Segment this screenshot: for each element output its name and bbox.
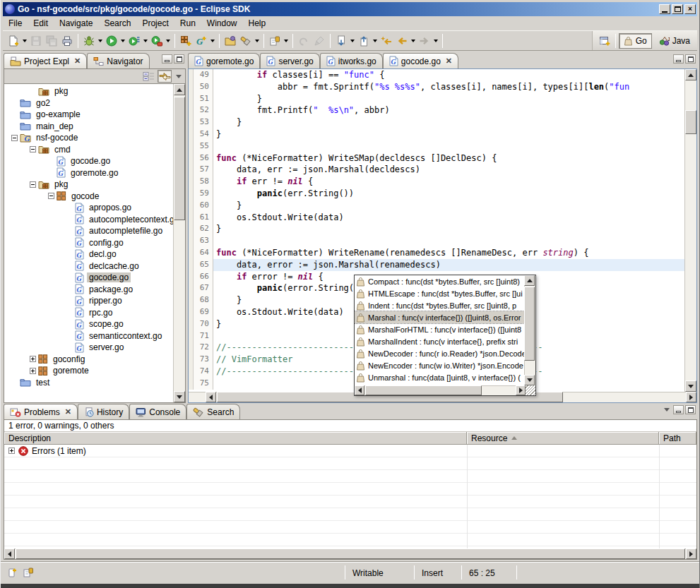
tree-item-goremote[interactable]: goremote	[4, 365, 173, 377]
tree-item-ripper-go[interactable]: Gripper.go	[4, 295, 173, 307]
maximize-button[interactable]	[672, 4, 683, 14]
menu-item-search[interactable]: Search	[98, 17, 136, 30]
scroll-left-button[interactable]	[4, 548, 15, 559]
tree-item-rpc-go[interactable]: Grpc.go	[4, 307, 173, 319]
close-tab-icon[interactable]: ✕	[65, 407, 71, 416]
tree-item-package-go[interactable]: Gpackage.go	[4, 284, 173, 296]
problems-tab-console[interactable]: Console	[129, 404, 186, 419]
tree-item-nsf-gocode[interactable]: Gnsf-gocode	[4, 132, 173, 144]
code-line[interactable]: 49 if classes[i] == "func" {	[189, 69, 684, 81]
scroll-down-button[interactable]	[685, 380, 696, 392]
scroll-thumb[interactable]	[524, 287, 535, 361]
tree-item-pkg[interactable]: pkg	[4, 85, 173, 97]
forward-dropdown[interactable]	[432, 32, 439, 49]
collapse-minus-icon[interactable]	[11, 135, 18, 141]
tree-item-main-dep[interactable]: main_dep	[4, 121, 173, 133]
column-header-resource[interactable]: Resource	[467, 432, 659, 444]
scroll-thumb[interactable]	[174, 97, 185, 220]
scroll-left-button[interactable]	[206, 392, 216, 402]
new-button[interactable]	[6, 32, 21, 49]
tree-item-cmd[interactable]: cmd	[4, 144, 173, 156]
collapse-all-button[interactable]	[141, 70, 155, 83]
scroll-down-button[interactable]	[524, 375, 535, 385]
forward-button[interactable]	[417, 32, 432, 49]
new-go-element-dropdown[interactable]	[209, 32, 216, 49]
expand-plus-icon[interactable]	[30, 368, 36, 374]
explorer-tab-project-expl[interactable]: Project Expl✕	[4, 53, 87, 68]
code-line[interactable]: 60 }	[189, 200, 684, 212]
code-line[interactable]: 54}	[189, 128, 684, 140]
previous-annotation-button[interactable]	[356, 32, 372, 49]
run-history-button[interactable]	[126, 32, 142, 49]
minimize-button[interactable]	[659, 4, 670, 14]
close-tab-icon[interactable]: ✕	[446, 56, 452, 66]
tree-item-server-go[interactable]: Gserver.go	[4, 342, 173, 354]
tree-expand-toggle[interactable]	[47, 193, 56, 199]
explorer-tab-navigator[interactable]: Navigator	[87, 53, 149, 68]
expand-plus-icon[interactable]	[30, 356, 36, 362]
code-line[interactable]: 51 }	[189, 93, 684, 105]
completion-item-unmarshal[interactable]: Unmarshal : func(data []uint8, v interfa…	[355, 371, 524, 383]
code-line[interactable]: 63	[189, 235, 684, 247]
next-annotation-dropdown[interactable]	[349, 32, 356, 49]
close-button[interactable]: ×	[684, 4, 696, 14]
scroll-thumb[interactable]	[365, 385, 482, 395]
fast-view-icon[interactable]	[23, 567, 34, 578]
external-tools-button[interactable]	[267, 32, 283, 49]
column-header-description[interactable]: Description	[4, 432, 467, 444]
editor-tab-goremote-go[interactable]: Ggoremote.go	[188, 53, 260, 68]
print-button[interactable]	[59, 32, 75, 49]
completion-item-marshal[interactable]: Marshal : func(v interface{}) ([]uint8, …	[355, 311, 524, 323]
menu-item-run[interactable]: Run	[174, 17, 201, 30]
popup-vertical-scrollbar[interactable]	[524, 275, 535, 385]
collapse-minus-icon[interactable]	[30, 146, 36, 152]
code-line[interactable]: 53 }	[189, 116, 684, 128]
problems-horizontal-scrollbar[interactable]	[4, 548, 696, 559]
code-line[interactable]: 50 abbr = fmt.Sprintf("%s %s%s", classes…	[189, 81, 684, 93]
scroll-up-button[interactable]	[174, 84, 185, 95]
code-line[interactable]: 56func (*NiceFormatter) WriteSMap(declde…	[189, 152, 684, 164]
scroll-thumb[interactable]	[16, 548, 685, 559]
view-menu-button[interactable]	[176, 75, 182, 78]
menu-item-edit[interactable]: Edit	[28, 17, 54, 30]
completion-item-indent[interactable]: Indent : func(dst *bytes.Buffer, src []u…	[355, 299, 524, 311]
tree-item-test[interactable]: test	[4, 377, 173, 389]
tree-item-declcache-go[interactable]: Gdeclcache.go	[4, 260, 173, 272]
collapse-minus-icon[interactable]	[48, 193, 54, 199]
tree-item-goconfig[interactable]: goconfig	[4, 354, 173, 366]
scroll-right-button[interactable]	[516, 385, 526, 395]
open-perspective-button[interactable]	[597, 32, 612, 49]
tree-expand-toggle[interactable]	[28, 356, 37, 362]
tree-item-autocompletecontext-go[interactable]: Gautocompletecontext.go	[4, 214, 173, 226]
tree-item-apropos-go[interactable]: Gapropos.go	[4, 202, 173, 214]
search-button[interactable]	[238, 32, 254, 49]
problems-tab-search[interactable]: Search	[186, 404, 240, 419]
debug-dropdown[interactable]	[97, 32, 104, 49]
problems-row-errors-1-item[interactable]: Errors (1 item)	[4, 445, 696, 457]
tree-item-go-example[interactable]: go-example	[4, 109, 173, 121]
explorer-scrollbar[interactable]	[173, 84, 185, 402]
last-edit-location-button[interactable]	[379, 32, 394, 49]
code-line[interactable]: 59 panic(err.String())	[189, 188, 684, 200]
tree-expand-toggle[interactable]	[28, 181, 37, 188]
tree-item-decl-go[interactable]: Gdecl.go	[4, 248, 173, 260]
tree-item-autocompletefile-go[interactable]: Gautocompletefile.go	[4, 225, 173, 237]
popup-horizontal-scrollbar[interactable]	[355, 385, 535, 395]
completion-item-htmlescape[interactable]: HTMLEscape : func(dst *bytes.Buffer, src…	[355, 287, 524, 299]
scroll-up-button[interactable]	[524, 275, 535, 286]
scroll-thumb[interactable]	[685, 110, 696, 134]
maximize-view-button[interactable]	[685, 54, 696, 64]
menu-item-navigate[interactable]: Navigate	[54, 17, 98, 30]
code-line[interactable]: 65 data, error := json.Marshal(renamedes…	[189, 259, 684, 271]
view-menu-button[interactable]	[664, 408, 670, 412]
completion-item-compact[interactable]: Compact : func(dst *bytes.Buffer, src []…	[355, 275, 524, 287]
minimize-view-button[interactable]	[673, 54, 684, 64]
popup-resize-grip[interactable]	[526, 385, 535, 395]
tree-item-gocode-go[interactable]: Ggocode.go	[4, 272, 173, 284]
back-button[interactable]	[394, 32, 410, 49]
new-go-element-button[interactable]: G	[194, 32, 209, 49]
perspective-go[interactable]: Go	[619, 33, 652, 49]
column-header-path[interactable]: Path	[659, 432, 696, 444]
scroll-right-button[interactable]	[686, 548, 696, 559]
editor-tab-itworks-go[interactable]: Gitworks.go	[320, 53, 383, 68]
